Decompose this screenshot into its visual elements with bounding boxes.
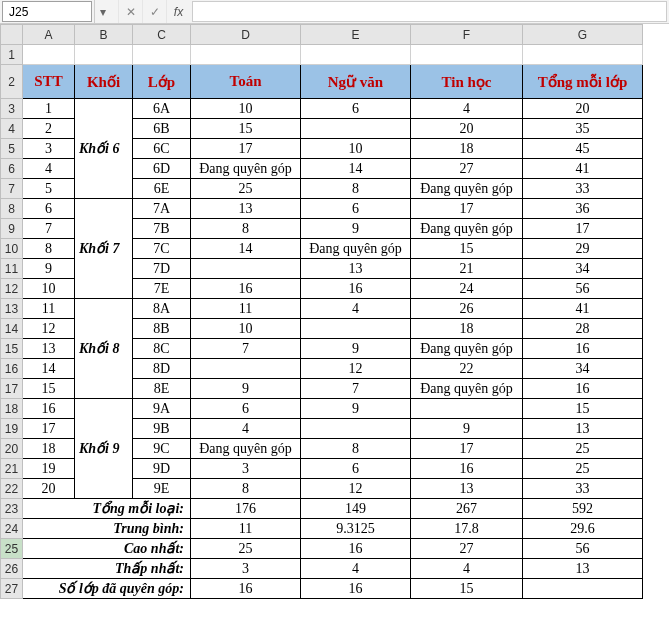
stt-cell[interactable]: 13 — [23, 339, 75, 359]
tong-cell[interactable]: 20 — [523, 99, 643, 119]
toan-cell[interactable]: 17 — [191, 139, 301, 159]
stt-cell[interactable]: 7 — [23, 219, 75, 239]
tinhoc-cell[interactable]: 27 — [411, 159, 523, 179]
toan-cell[interactable]: 6 — [191, 399, 301, 419]
tong-cell[interactable]: 56 — [523, 279, 643, 299]
summary-toan[interactable]: 16 — [191, 579, 301, 599]
khoi-cell[interactable]: Khối 7 — [75, 199, 133, 299]
khoi-cell[interactable]: Khối 8 — [75, 299, 133, 399]
row-header[interactable]: 12 — [1, 279, 23, 299]
stt-cell[interactable]: 16 — [23, 399, 75, 419]
row-header[interactable]: 3 — [1, 99, 23, 119]
stt-cell[interactable]: 2 — [23, 119, 75, 139]
tinhoc-cell[interactable]: 18 — [411, 319, 523, 339]
tong-cell[interactable]: 25 — [523, 439, 643, 459]
row-header[interactable]: 22 — [1, 479, 23, 499]
tinhoc-cell[interactable]: 20 — [411, 119, 523, 139]
tinhoc-cell[interactable]: Đang quyên góp — [411, 179, 523, 199]
name-box[interactable]: J25 — [2, 1, 92, 22]
toan-cell[interactable]: 11 — [191, 299, 301, 319]
khoi-cell[interactable]: Khối 9 — [75, 399, 133, 499]
nguvan-cell[interactable]: 8 — [301, 179, 411, 199]
stt-cell[interactable]: 15 — [23, 379, 75, 399]
toan-cell[interactable]: 13 — [191, 199, 301, 219]
summary-tinhoc[interactable]: 267 — [411, 499, 523, 519]
toan-cell[interactable]: 9 — [191, 379, 301, 399]
stt-cell[interactable]: 11 — [23, 299, 75, 319]
col-header[interactable]: A — [23, 25, 75, 45]
summary-tinhoc[interactable]: 15 — [411, 579, 523, 599]
summary-nguvan[interactable]: 149 — [301, 499, 411, 519]
summary-toan[interactable]: 3 — [191, 559, 301, 579]
summary-tong[interactable]: 13 — [523, 559, 643, 579]
nguvan-cell[interactable]: 6 — [301, 199, 411, 219]
tinhoc-cell[interactable] — [411, 399, 523, 419]
lop-cell[interactable]: 9E — [133, 479, 191, 499]
tong-cell[interactable]: 13 — [523, 419, 643, 439]
select-all-corner[interactable] — [1, 25, 23, 45]
row-header[interactable]: 10 — [1, 239, 23, 259]
table-header-cell[interactable]: Ngữ văn — [301, 65, 411, 99]
nguvan-cell[interactable]: 9 — [301, 219, 411, 239]
spreadsheet-grid[interactable]: A B C D E F G 12STTKhốiLớpToánNgữ vănTin… — [0, 24, 643, 599]
cell[interactable] — [23, 45, 75, 65]
tinhoc-cell[interactable]: Đang quyên góp — [411, 339, 523, 359]
tong-cell[interactable]: 34 — [523, 259, 643, 279]
tinhoc-cell[interactable]: Đang quyên góp — [411, 379, 523, 399]
tong-cell[interactable]: 29 — [523, 239, 643, 259]
summary-toan[interactable]: 176 — [191, 499, 301, 519]
cell[interactable] — [75, 45, 133, 65]
summary-nguvan[interactable]: 9.3125 — [301, 519, 411, 539]
toan-cell[interactable]: 4 — [191, 419, 301, 439]
col-header[interactable]: E — [301, 25, 411, 45]
formula-input[interactable] — [192, 1, 667, 22]
col-header[interactable]: C — [133, 25, 191, 45]
row-header[interactable]: 16 — [1, 359, 23, 379]
tong-cell[interactable]: 36 — [523, 199, 643, 219]
lop-cell[interactable]: 9C — [133, 439, 191, 459]
tong-cell[interactable]: 35 — [523, 119, 643, 139]
stt-cell[interactable]: 17 — [23, 419, 75, 439]
cancel-icon[interactable]: ✕ — [118, 0, 142, 23]
summary-tong[interactable]: 56 — [523, 539, 643, 559]
lop-cell[interactable]: 7A — [133, 199, 191, 219]
stt-cell[interactable]: 5 — [23, 179, 75, 199]
summary-nguvan[interactable]: 16 — [301, 539, 411, 559]
toan-cell[interactable] — [191, 359, 301, 379]
row-header[interactable]: 2 — [1, 65, 23, 99]
nguvan-cell[interactable]: 6 — [301, 99, 411, 119]
lop-cell[interactable]: 9A — [133, 399, 191, 419]
tong-cell[interactable]: 17 — [523, 219, 643, 239]
row-header[interactable]: 17 — [1, 379, 23, 399]
row-header[interactable]: 6 — [1, 159, 23, 179]
lop-cell[interactable]: 6D — [133, 159, 191, 179]
row-header[interactable]: 27 — [1, 579, 23, 599]
lop-cell[interactable]: 8D — [133, 359, 191, 379]
row-header[interactable]: 15 — [1, 339, 23, 359]
toan-cell[interactable]: 8 — [191, 479, 301, 499]
toan-cell[interactable]: 10 — [191, 99, 301, 119]
tong-cell[interactable]: 28 — [523, 319, 643, 339]
tong-cell[interactable]: 33 — [523, 479, 643, 499]
tong-cell[interactable]: 41 — [523, 159, 643, 179]
summary-tinhoc[interactable]: 4 — [411, 559, 523, 579]
tinhoc-cell[interactable]: 17 — [411, 439, 523, 459]
table-header-cell[interactable]: STT — [23, 65, 75, 99]
fx-icon[interactable]: fx — [166, 0, 190, 23]
summary-toan[interactable]: 11 — [191, 519, 301, 539]
nguvan-cell[interactable]: 10 — [301, 139, 411, 159]
lop-cell[interactable]: 6B — [133, 119, 191, 139]
toan-cell[interactable] — [191, 259, 301, 279]
row-header[interactable]: 11 — [1, 259, 23, 279]
stt-cell[interactable]: 14 — [23, 359, 75, 379]
toan-cell[interactable]: Đang quyên góp — [191, 159, 301, 179]
tong-cell[interactable]: 25 — [523, 459, 643, 479]
col-header[interactable]: B — [75, 25, 133, 45]
toan-cell[interactable]: 10 — [191, 319, 301, 339]
col-header[interactable]: D — [191, 25, 301, 45]
nguvan-cell[interactable] — [301, 319, 411, 339]
lop-cell[interactable]: 7C — [133, 239, 191, 259]
stt-cell[interactable]: 10 — [23, 279, 75, 299]
summary-tinhoc[interactable]: 27 — [411, 539, 523, 559]
tinhoc-cell[interactable]: 4 — [411, 99, 523, 119]
